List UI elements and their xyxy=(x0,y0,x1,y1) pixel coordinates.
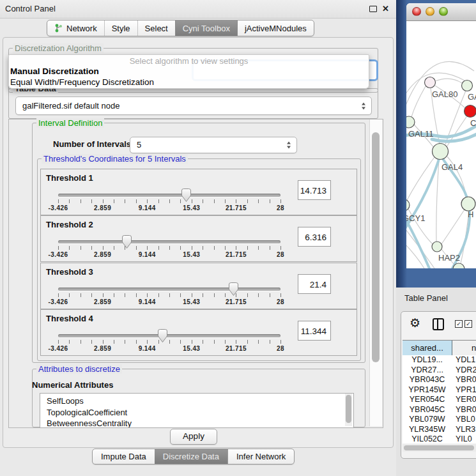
threshold-panel: Threshold 3-3.4262.8599.14415.4321.71528… xyxy=(40,263,357,309)
slider-track[interactable] xyxy=(58,334,280,337)
network-node-label: GCY1 xyxy=(406,213,425,223)
mac-close-button[interactable] xyxy=(412,7,421,16)
table-row[interactable]: YDL19...YDL1 xyxy=(403,355,476,365)
threshold-panel: Threshold 4-3.4262.8599.14415.4321.71528… xyxy=(40,309,357,356)
network-node[interactable] xyxy=(432,242,442,252)
columns-icon[interactable] xyxy=(433,318,444,330)
tick-label: 15.43 xyxy=(183,298,200,305)
cell-shared-name: YIL052C xyxy=(403,434,452,443)
attribute-list-item[interactable]: TopologicalCoefficient xyxy=(40,407,353,418)
threshold-panel: Threshold 2-3.4262.8599.14415.4321.71528… xyxy=(40,215,357,262)
table-row[interactable]: YDR27...YDR2 xyxy=(403,365,476,376)
threshold-value-box[interactable]: 6.316 xyxy=(298,227,331,247)
algorithm-option-equal-width[interactable]: Equal Width/Frequency Discretization xyxy=(10,77,154,87)
slider-ticks xyxy=(58,293,281,297)
tick-label: 9.144 xyxy=(139,251,156,258)
network-node[interactable] xyxy=(425,77,436,88)
tab-cyni-toolbox[interactable]: Cyni Toolbox xyxy=(175,20,237,36)
tick-label: 15.43 xyxy=(183,251,200,258)
cell-name: YER0 xyxy=(452,395,476,405)
tab-jactivemnodules[interactable]: jActiveMNodules xyxy=(237,20,314,36)
slider-track[interactable] xyxy=(58,240,280,243)
mac-zoom-button[interactable] xyxy=(439,7,448,16)
threshold-value-box[interactable]: 14.713 xyxy=(298,180,331,200)
threshold-value-box[interactable]: 21.4 xyxy=(298,274,331,294)
slider-track[interactable] xyxy=(58,288,280,291)
table-row[interactable]: YBL079WYBL0 xyxy=(403,415,476,425)
gear-icon[interactable]: ⚙ xyxy=(410,316,420,331)
network-node[interactable] xyxy=(462,81,473,91)
number-of-intervals-combobox[interactable]: 5 xyxy=(130,137,297,153)
checkbox-icon[interactable]: ✓ xyxy=(455,320,463,328)
column-header-name[interactable]: n xyxy=(452,341,476,355)
table-row[interactable]: YLR345WYLR3 xyxy=(403,425,476,435)
table-row[interactable]: YPR145WYPR1 xyxy=(403,385,476,395)
table-row[interactable]: YBR045CYBR0 xyxy=(403,405,476,415)
table-row[interactable]: YBR043CYBR0 xyxy=(403,375,476,385)
network-node[interactable] xyxy=(461,197,475,211)
attributes-list-scrollbar-thumb[interactable] xyxy=(346,395,351,423)
column-header-shared[interactable]: shared... xyxy=(403,341,452,355)
apply-button[interactable]: Apply xyxy=(170,429,217,445)
cell-shared-name: YDL19... xyxy=(403,355,452,365)
network-node-label: GAL11 xyxy=(408,129,434,139)
tick-label: 21.715 xyxy=(226,345,247,352)
tick-label: 9.144 xyxy=(139,298,156,305)
tick-label: 21.715 xyxy=(226,298,247,305)
algorithm-dropdown-popup: Select algorithm to view settings Manual… xyxy=(8,54,369,89)
cell-name: YDL1 xyxy=(452,355,475,365)
algorithm-option-manual[interactable]: Manual Discretization xyxy=(10,66,99,76)
tick-label: 2.859 xyxy=(94,298,111,305)
interval-definition-title: Interval Definition xyxy=(36,118,104,128)
combo-stepper-icon xyxy=(361,102,366,109)
horizontal-scrollbar-thumb[interactable] xyxy=(404,445,474,450)
tab-network[interactable]: Network xyxy=(47,20,104,36)
tab-label: Cyni Toolbox xyxy=(183,24,230,33)
tick-label: 21.715 xyxy=(226,204,247,211)
thresholds-group-title: Threshold's Coordinates for 5 Intervals xyxy=(42,154,188,164)
numerical-attributes-list[interactable]: SelfLoopsTopologicalCoefficientBetweenne… xyxy=(40,393,354,428)
attribute-list-item[interactable]: SelfLoops xyxy=(40,395,353,407)
network-node[interactable] xyxy=(433,144,449,160)
threshold-label: Threshold 2 xyxy=(46,220,93,229)
tab-style[interactable]: Style xyxy=(104,20,137,36)
horizontal-scrollbar[interactable] xyxy=(403,444,476,452)
vertical-scrollbar-thumb[interactable] xyxy=(372,132,380,362)
network-node-label: H xyxy=(468,210,473,219)
mac-minimize-button[interactable] xyxy=(426,7,434,16)
threshold-label: Threshold 1 xyxy=(46,173,93,183)
tab-label: Select xyxy=(145,24,168,33)
threshold-label: Threshold 3 xyxy=(46,267,93,277)
tick-label: 15.43 xyxy=(183,204,200,211)
float-window-icon[interactable] xyxy=(369,6,377,12)
table-panel-box: ⚙ ✓ ✓ shared... n YDL19...YDL1YDR27...YD… xyxy=(401,311,476,459)
cell-name: YIL0 xyxy=(452,434,472,443)
cell-shared-name: YER054C xyxy=(403,395,452,405)
network-frame-edge xyxy=(396,0,407,288)
slider-ticks xyxy=(58,199,281,203)
close-icon[interactable]: ✕ xyxy=(382,3,389,15)
tab-impute-data[interactable]: Impute Data xyxy=(93,449,155,464)
bottom-tabbar: Impute Data Discretize Data Infer Networ… xyxy=(92,449,295,464)
table-data-combobox[interactable]: galFiltered.sif default node xyxy=(15,96,372,115)
table-row[interactable]: YIL052CYIL0 xyxy=(403,434,476,443)
slider-ticks xyxy=(58,246,281,250)
table-row[interactable]: YER054CYER0 xyxy=(403,395,476,405)
tab-select[interactable]: Select xyxy=(137,20,175,36)
tab-label: jActiveMNodules xyxy=(245,24,307,33)
tab-infer-network[interactable]: Infer Network xyxy=(227,449,294,464)
network-icon xyxy=(54,24,63,33)
threshold-value-box[interactable]: 11.344 xyxy=(298,321,331,341)
network-node[interactable] xyxy=(406,116,415,128)
checkbox-icon[interactable]: ✓ xyxy=(464,320,472,328)
tab-discretize-data[interactable]: Discretize Data xyxy=(155,449,227,464)
slider-track[interactable] xyxy=(58,194,280,197)
numerical-attributes-label: Numerical Attributes xyxy=(32,380,113,390)
network-window: GAL80GACGAL11GAL4GCY1HHAP2 xyxy=(406,3,476,268)
cell-shared-name: YDR27... xyxy=(403,365,452,376)
tick-label: 9.144 xyxy=(139,345,156,352)
attribute-list-item[interactable]: BetweennessCentrality xyxy=(40,418,353,428)
network-canvas[interactable]: GAL80GACGAL11GAL4GCY1HHAP2 xyxy=(406,21,476,268)
network-node[interactable] xyxy=(464,105,476,118)
network-node[interactable] xyxy=(406,199,410,211)
